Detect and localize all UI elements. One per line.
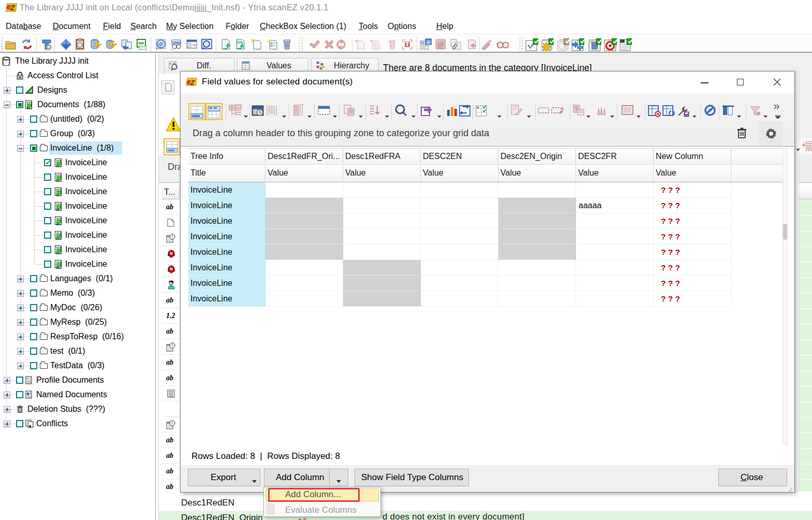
- svg-text:T: T: [756, 112, 759, 117]
- svg-text:@: @: [426, 39, 431, 45]
- svg-text:N: N: [170, 252, 173, 255]
- svg-text:N: N: [170, 267, 173, 271]
- svg-text:@: @: [437, 41, 444, 49]
- svg-text:DXL: DXL: [237, 40, 244, 44]
- svg-text:UNID: UNID: [172, 41, 181, 45]
- svg-text:IMI: IMI: [138, 41, 144, 46]
